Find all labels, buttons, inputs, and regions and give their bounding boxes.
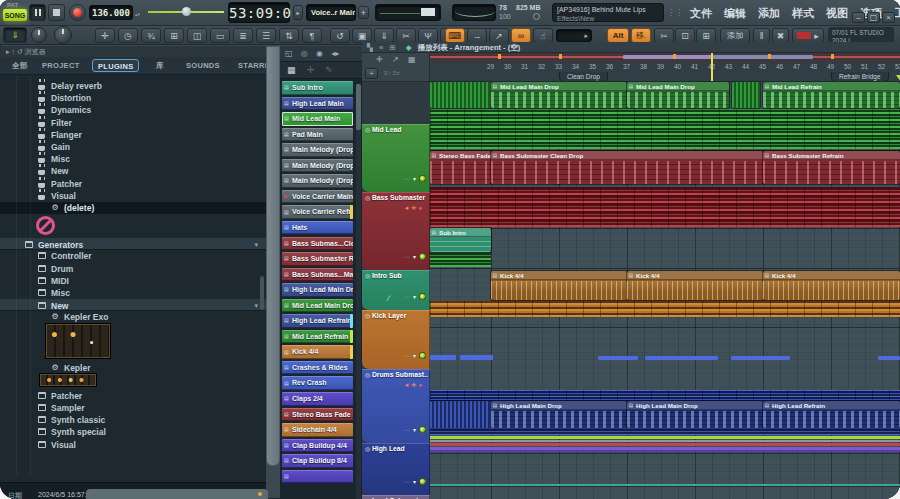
blend-recording-button[interactable]: ⊞ xyxy=(164,28,184,43)
maximize-button[interactable]: ▢ xyxy=(867,12,880,23)
slide-link-icon[interactable]: ∕ xyxy=(388,294,389,303)
menu-item-3[interactable]: 样式 xyxy=(786,0,820,26)
tree-item-new[interactable]: New xyxy=(0,165,266,177)
typing-keyboard-button[interactable]: ⌨ xyxy=(445,28,465,43)
cpu-graph[interactable] xyxy=(452,4,496,21)
track-mode-icons[interactable]: ≡○ ≡± xyxy=(384,70,400,76)
tree-item-delay-reverb[interactable]: Delay reverb xyxy=(0,80,266,92)
slide-icon[interactable]: ↗ xyxy=(392,55,399,64)
refresh-icon[interactable]: ↺ xyxy=(17,48,25,55)
pattern-row-bass-submas-clean-drop[interactable]: ▤Bass Submas...Clean Drop xyxy=(282,237,353,251)
wait-for-input-button[interactable]: ¾ xyxy=(141,28,161,43)
pattern-row-high-lead-main[interactable]: ▤High Lead Main xyxy=(282,97,353,111)
time-mode-button[interactable]: ▸ xyxy=(293,5,303,20)
pattern-row-bass-submaster-refrain[interactable]: ▤Bass Submaster Refrain xyxy=(282,252,353,266)
tree-item--delete-[interactable]: ⚙(delete) xyxy=(0,202,266,214)
tree-item-controller[interactable]: Controller xyxy=(0,250,266,262)
menu-item-0[interactable]: 文件 xyxy=(684,0,718,26)
tree-item-kepler-exo[interactable]: ⚙Kepler Exo xyxy=(0,311,266,323)
pattern-row[interactable]: ▤ xyxy=(282,470,353,484)
one-click-recording-button[interactable]: ✛ xyxy=(95,28,115,43)
main-volume-knob[interactable] xyxy=(31,27,47,43)
clip-bass-submaster-refrain[interactable]: Bass Submaster Refrain xyxy=(763,151,900,184)
track-enable-led[interactable] xyxy=(419,478,426,485)
clip-partial[interactable] xyxy=(430,401,491,428)
tree-item-generators[interactable]: Generators▾ xyxy=(0,238,266,250)
record-clip-button[interactable]: ▸ xyxy=(792,28,824,43)
track-header-lead-submaster[interactable]: Lead Submaster◄✛●⋯▾ xyxy=(362,495,430,499)
swap-channels-button[interactable]: ⇅ xyxy=(279,28,299,43)
tree-item-drum[interactable]: Drum xyxy=(0,263,266,275)
track-enable-led[interactable] xyxy=(419,352,426,359)
tree-item-midi[interactable]: MIDI xyxy=(0,275,266,287)
edison-record-button[interactable]: Ψ xyxy=(418,28,438,43)
filter-icon[interactable]: ◱ xyxy=(285,49,293,58)
close-button[interactable]: × xyxy=(882,12,895,23)
pattern-row-hats[interactable]: ▤Hats xyxy=(282,221,353,235)
metronome-button[interactable]: ◷ xyxy=(118,28,138,43)
pattern-row-sidechain-4-4[interactable]: ▤Sidechain 4/4 xyxy=(282,423,353,437)
playhead[interactable] xyxy=(711,53,713,82)
tools-menu-button[interactable]: ¶ xyxy=(302,28,322,43)
alt-button[interactable]: Alt xyxy=(607,28,629,43)
track-header-mid-lead[interactable]: Mid Lead⋯▾ xyxy=(362,124,430,192)
timeline-ruler[interactable]: 2930313233343536373839404142434445464748… xyxy=(430,53,900,82)
pattern-row-main-melody-drop-2[interactable]: ▤Main Melody (Drop) #2 xyxy=(282,174,353,188)
detach-icon[interactable]: ▚ xyxy=(367,43,373,52)
clip-mid-lead-main-drop[interactable]: Mid Lead Main Drop xyxy=(491,82,627,108)
paste-button[interactable]: ⊞ xyxy=(696,28,716,43)
tree-item-synth-special[interactable]: Synth special xyxy=(0,426,266,438)
playlist-titlebar[interactable]: ▚ ≡ ⊞ ◆ 播放列表 - Arrangement - (空) xyxy=(362,42,900,53)
track-enable-led[interactable] xyxy=(419,426,426,433)
tree-item-new[interactable]: New▾ xyxy=(0,299,266,311)
minimize-button[interactable]: – xyxy=(852,12,865,23)
timeline-marker-refrain-bridge[interactable]: Refrain Bridge xyxy=(831,72,889,82)
add-button[interactable]: 添加 xyxy=(720,28,750,43)
pattern-row-pad-main[interactable]: ▤Pad Main xyxy=(282,128,353,142)
pattern-row-sub-intro[interactable]: ▤Sub Intro xyxy=(282,81,353,95)
track-dropdown-icon[interactable]: ▾ xyxy=(413,426,416,433)
tree-item-flanger[interactable]: Flanger xyxy=(0,129,266,141)
tree-item-gain[interactable]: Gain xyxy=(0,141,266,153)
pattern-row-claps-2-4[interactable]: ▤Claps 2/4 xyxy=(282,392,353,406)
pattern-selector[interactable]: Voice..r Main xyxy=(306,4,356,21)
clip-high-lead-main-drop[interactable]: High Lead Main Drop xyxy=(491,401,627,428)
tree-item-filter[interactable]: Filter xyxy=(0,117,266,129)
pattern-row-voice-carrier-refrain[interactable]: ▤Voice Carrier Refrain xyxy=(282,205,353,219)
browser-tab-SOUNDS[interactable]: SOUNDS xyxy=(186,59,220,72)
undo-button[interactable]: ↺ xyxy=(330,28,350,43)
picker-scrollbar[interactable] xyxy=(356,84,361,499)
pattern-row-mid-lead-main-drop[interactable]: ▤Mid Lead Main Drop xyxy=(282,299,353,313)
tree-item-dynamics[interactable]: Dynamics xyxy=(0,104,266,116)
browser-search-bar[interactable] xyxy=(86,489,268,499)
grid-icon[interactable]: ▦ xyxy=(287,65,296,75)
track-mute-pan-icons[interactable]: ◄✛● xyxy=(403,381,424,388)
track-enable-led[interactable] xyxy=(419,175,426,182)
pattern-row-bass-submas-main-drop[interactable]: ▤Bass Submas...Main Drop xyxy=(282,268,353,282)
pattern-grid-icon[interactable]: ▦ xyxy=(408,55,416,64)
zoom-icon[interactable]: ◎ xyxy=(301,49,308,58)
pattern-row-kick-4-4[interactable]: ▤Kick 4/4 xyxy=(282,345,353,359)
smart-disable-button[interactable]: ☰ xyxy=(256,28,276,43)
browser-tab-PLUGINS[interactable]: PLUGINS xyxy=(92,59,139,72)
track-header-drums-submast-[interactable]: Drums Submast..◄✛●⋯▾ xyxy=(362,369,430,443)
track-dropdown-icon[interactable]: ▾ xyxy=(413,293,416,300)
copy-button[interactable]: ⊡ xyxy=(675,28,695,43)
browser-tab-PROJECT[interactable]: PROJECT xyxy=(42,59,80,72)
master-slider-thumb[interactable] xyxy=(182,7,191,16)
clip-mid-lead-refrain[interactable]: Mid Lead Refrain xyxy=(763,82,900,108)
stop-button[interactable] xyxy=(48,4,65,21)
marker-strip[interactable] xyxy=(430,53,900,62)
browser-scrollbar[interactable] xyxy=(260,276,264,310)
timeline-marker-clean-drop[interactable]: Clean Drop xyxy=(559,72,608,82)
step-edit-button[interactable]: ▭ xyxy=(210,28,230,43)
clip-mid-lead-main-drop[interactable]: Mid Lead Main Drop xyxy=(627,82,729,108)
main-pitch-knob[interactable] xyxy=(54,26,72,44)
eye-icon[interactable]: ◉ xyxy=(316,49,323,58)
playlist-clip-area[interactable]: Mid Lead Main DropMid Lead Main DropMid … xyxy=(430,82,900,499)
nav-arrows-icon[interactable]: ◂▸ xyxy=(331,49,339,58)
track-header-bass-submaster[interactable]: Bass Submaster◄✛●⋯▾ xyxy=(362,192,430,270)
track-header-high-lead[interactable]: High Lead⋯▾ xyxy=(362,443,430,495)
pat-label[interactable]: PAT xyxy=(7,2,18,8)
track-dropdown-icon[interactable]: ▾ xyxy=(413,352,416,359)
